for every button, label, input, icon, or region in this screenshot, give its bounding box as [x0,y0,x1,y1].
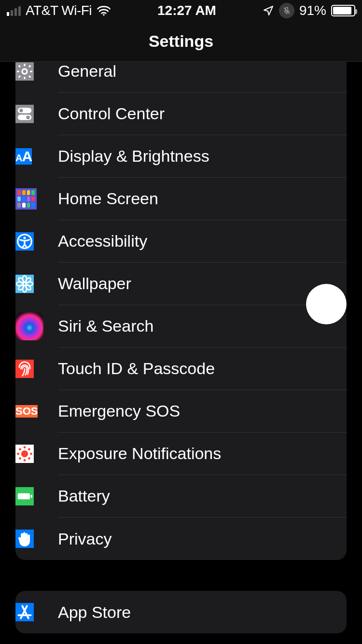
text-size-icon: AA [15,148,32,165]
status-right: 91% [263,3,355,18]
svg-point-20 [24,459,26,462]
row-label: Emergency SOS [58,402,335,420]
row-app-store[interactable]: App Store [15,591,347,633]
svg-point-4 [19,109,23,112]
flower-icon [15,275,34,293]
svg-point-23 [19,448,21,450]
row-label: Exposure Notifications [58,444,335,463]
sos-icon: SOS [15,405,38,418]
svg-point-26 [28,457,30,460]
gear-icon [15,62,34,81]
page-title: Settings [149,32,213,51]
siri-icon [15,312,43,340]
row-label: Battery [58,487,335,505]
svg-point-18 [21,450,28,457]
mic-muted-icon [279,3,294,18]
row-exposure-notifications[interactable]: Exposure Notifications [15,433,347,475]
battery-icon [331,5,355,16]
fingerprint-icon [15,360,34,378]
row-display-brightness[interactable]: AA Display & Brightness [15,135,347,178]
settings-scroll[interactable]: General Control Center AA Display & Brig… [0,62,362,644]
svg-point-15 [25,284,31,291]
wifi-icon [97,5,111,16]
svg-point-14 [18,277,25,284]
battery-percent: 91% [299,3,326,18]
svg-point-22 [30,453,32,455]
settings-group-1: General Control Center AA Display & Brig… [15,62,347,560]
row-label: Wallpaper [58,274,335,293]
location-icon [263,5,274,16]
svg-point-24 [28,448,30,450]
row-siri-search[interactable]: Siri & Search [15,305,347,348]
row-label: App Store [58,603,335,622]
row-label: Privacy [58,530,335,548]
row-touchid-passcode[interactable]: Touch ID & Passcode [15,348,347,390]
status-left: AT&T Wi-Fi [7,3,111,18]
row-label: Home Screen [58,189,335,208]
status-time: 12:27 AM [157,3,216,18]
assistive-touch-button[interactable] [306,284,347,324]
row-label: Siri & Search [58,317,335,336]
svg-point-17 [18,284,25,291]
row-wallpaper[interactable]: Wallpaper [15,263,347,305]
row-accessibility[interactable]: Accessibility [15,220,347,263]
svg-point-2 [22,69,27,74]
row-label: Control Center [58,104,335,123]
row-label: Accessibility [58,232,335,251]
hand-icon [15,530,34,548]
settings-group-2: App Store [15,591,347,633]
toggles-icon [15,105,34,123]
svg-point-19 [24,446,26,448]
app-grid-icon [15,188,37,210]
svg-point-0 [103,14,105,16]
svg-point-16 [25,277,31,284]
row-home-screen[interactable]: Home Screen [15,178,347,220]
nav-header: Settings [0,21,362,62]
row-label: General [58,62,335,81]
row-general[interactable]: General [15,62,347,93]
row-label: Display & Brightness [58,147,335,166]
carrier-label: AT&T Wi-Fi [26,3,92,18]
svg-point-25 [19,457,21,460]
row-control-center[interactable]: Control Center [15,93,347,135]
row-privacy[interactable]: Privacy [15,518,347,560]
svg-rect-27 [18,493,30,500]
row-label: Touch ID & Passcode [58,359,335,378]
exposure-icon [15,445,34,463]
accessibility-icon [15,232,34,251]
battery-full-icon [15,487,34,505]
svg-point-6 [26,115,29,119]
svg-point-21 [17,453,19,455]
cell-signal-icon [7,5,21,16]
svg-rect-28 [31,495,32,498]
row-battery[interactable]: Battery [15,475,347,518]
appstore-icon [15,603,34,621]
row-emergency-sos[interactable]: SOS Emergency SOS [15,390,347,433]
svg-point-8 [23,237,26,239]
status-bar: AT&T Wi-Fi 12:27 AM 91% [0,0,362,21]
